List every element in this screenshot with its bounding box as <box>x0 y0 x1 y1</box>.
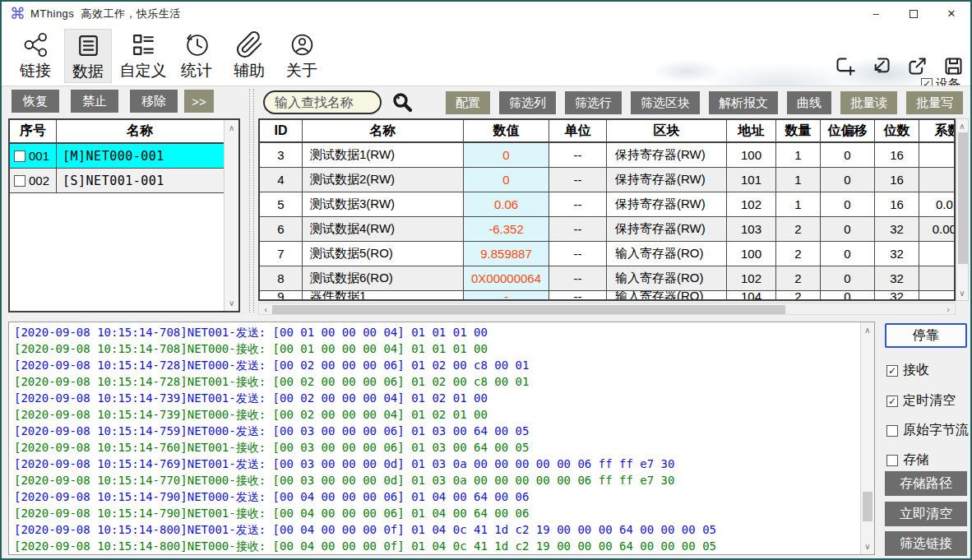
main-toolbar: 链接 数据 自定义 统计 <box>2 25 970 86</box>
scroll-down-icon[interactable]: ∨ <box>956 289 968 298</box>
data-col-header: ID <box>260 120 303 141</box>
batch-read-button[interactable]: 批量读 <box>840 91 897 114</box>
data-cell-coef <box>919 168 956 192</box>
export-button[interactable] <box>906 55 928 77</box>
new-window-icon <box>834 55 856 77</box>
log-line-send: [2020-09-08 10:15:14-790]NET000-发送: [00 … <box>14 488 874 505</box>
search-icon[interactable] <box>391 91 414 114</box>
panel-splitter[interactable] <box>249 89 254 312</box>
data-cell-id: 8 <box>260 266 303 290</box>
side-checkbox[interactable] <box>886 425 898 437</box>
filter-link-button[interactable]: 筛选链接 <box>885 531 967 556</box>
side-checkbox[interactable] <box>886 455 898 466</box>
data-cell-id: 5 <box>260 192 303 216</box>
data-cell-unit: -- <box>549 242 607 266</box>
minimize-button[interactable]: – <box>857 2 895 25</box>
import-button[interactable] <box>870 55 892 77</box>
data-cell-offset: 0 <box>821 192 875 216</box>
device-row-checkbox[interactable] <box>14 175 25 187</box>
filter-column-button[interactable]: 筛选列 <box>499 91 556 114</box>
app-logo-icon: ⌘ <box>10 6 25 21</box>
hscroll-thumb[interactable] <box>272 305 785 314</box>
data-cell-addr: 100 <box>727 143 776 167</box>
device-button-row: 恢复禁止移除>> <box>12 90 214 113</box>
view-toggles: ✓设备✓报文 <box>921 76 960 86</box>
filter-row-button[interactable]: 筛选行 <box>565 91 622 114</box>
batch-write-button[interactable]: 批量写 <box>906 91 963 114</box>
data-cell-qty: 2 <box>776 291 821 301</box>
save-button[interactable] <box>942 55 965 77</box>
data-cell-unit: -- <box>549 168 607 192</box>
curve-button[interactable]: 曲线 <box>787 91 831 114</box>
data-cell-coef: 0.01 <box>919 192 956 216</box>
filter-block-button[interactable]: 筛选区块 <box>631 91 700 114</box>
data-table-vscrollbar[interactable]: ∧ ∨ <box>956 118 969 301</box>
data-table-row[interactable]: 8测试数据6(RO)0X00000064--输入寄存器(RO)1022032 <box>260 266 954 291</box>
device-row[interactable]: 002[S]NET001-001 <box>10 169 224 193</box>
log-scrollbar[interactable]: ∧ ∨ <box>860 322 874 554</box>
data-cell-addr: 102 <box>727 266 776 290</box>
message-log[interactable]: [2020-09-08 10:15:14-708]NET001-发送: [00 … <box>8 322 875 555</box>
dock-button[interactable]: 停靠 <box>885 323 967 348</box>
data-table-row[interactable]: 9器件数据1---输入寄存器(RO)1042032 <box>260 291 954 301</box>
remove-button[interactable]: 移除 <box>130 90 178 113</box>
device-list-scrollbar[interactable]: ∧ ∨ <box>224 120 238 311</box>
data-col-header: 数值 <box>464 120 549 141</box>
log-line-send: [2020-09-08 10:15:14-728]NET000-发送: [00 … <box>14 357 874 373</box>
scroll-right-icon[interactable]: › <box>944 304 952 314</box>
toggle-checkbox[interactable]: ✓ <box>921 78 933 86</box>
toolbar-tab-statistics[interactable]: 统计 <box>173 29 220 83</box>
data-cell-offset: 0 <box>821 143 875 167</box>
maximize-button[interactable] <box>895 2 933 25</box>
data-table-row[interactable]: 6测试数据4(RW)-6.352--保持寄存器(RW)10320320.001 <box>260 217 954 242</box>
close-button[interactable]: ✕ <box>933 2 970 25</box>
data-cell-value: 0.06 <box>464 192 549 216</box>
scroll-up-icon[interactable]: ∧ <box>224 123 238 132</box>
storage-path-button[interactable]: 存储路径 <box>885 471 967 496</box>
toolbar-tab-assist[interactable]: 辅助 <box>225 29 273 83</box>
scroll-up-icon[interactable]: ∧ <box>861 326 874 335</box>
raw-bytestream-checkbox-row[interactable]: 原始字节流 <box>886 422 969 439</box>
toolbar-tab-about[interactable]: 关于 <box>278 29 326 83</box>
config-button[interactable]: 配置 <box>446 91 490 114</box>
new-window-button[interactable] <box>834 55 856 77</box>
data-cell-coef: 0.001 <box>919 217 956 241</box>
data-cell-addr: 100 <box>727 242 776 266</box>
toolbar-tab-custom[interactable]: 自定义 <box>115 29 171 83</box>
side-checkbox[interactable]: ✓ <box>886 396 898 407</box>
scroll-up-icon[interactable]: ∧ <box>956 122 968 131</box>
storage-checkbox-row[interactable]: 存储 <box>886 451 929 469</box>
expand-button[interactable]: >> <box>184 90 214 113</box>
scroll-down-icon[interactable]: ∨ <box>861 542 874 551</box>
data-cell-unit: -- <box>549 217 607 241</box>
timed-clear-checkbox-row[interactable]: ✓定时清空 <box>886 392 956 410</box>
disable-button[interactable]: 禁止 <box>71 90 118 113</box>
device-row-checkbox[interactable] <box>14 150 25 162</box>
data-table-hscrollbar[interactable]: ‹ › <box>258 303 956 315</box>
data-cell-bits: 32 <box>875 217 919 241</box>
data-table-row[interactable]: 7测试数据5(RO)9.859887--输入寄存器(RO)1002032 <box>260 242 954 266</box>
data-table-row[interactable]: 4测试数据2(RW)0--保持寄存器(RW)1011016 <box>260 168 954 192</box>
data-cell-id: 6 <box>260 217 303 241</box>
receive-checkbox-row[interactable]: ✓接收 <box>886 362 929 379</box>
device-row-index: 001 <box>10 144 57 168</box>
data-cell-bits: 32 <box>875 266 919 290</box>
toolbar-tab-link[interactable]: 链接 <box>12 29 59 83</box>
log-scroll-thumb[interactable] <box>863 492 872 521</box>
restore-button[interactable]: 恢复 <box>12 90 59 113</box>
search-input[interactable] <box>263 90 382 114</box>
data-table-row[interactable]: 5测试数据3(RW)0.06--保持寄存器(RW)10210160.01 <box>260 192 954 217</box>
side-checkbox-label: 定时清空 <box>903 392 956 410</box>
side-checkbox[interactable]: ✓ <box>886 365 898 377</box>
log-line-receive: [2020-09-08 10:15:14-739]NET000-接收: [00 … <box>14 406 874 423</box>
parse-message-button[interactable]: 解析报文 <box>709 91 778 114</box>
data-cell-value: -6.352 <box>464 217 549 241</box>
data-cell-name: 测试数据5(RO) <box>303 242 464 266</box>
scroll-down-icon[interactable]: ∨ <box>224 299 238 308</box>
vscroll-thumb[interactable] <box>958 132 968 264</box>
clear-now-button[interactable]: 立即清空 <box>885 502 967 526</box>
toolbar-tab-data[interactable]: 数据 <box>64 29 112 83</box>
device-row[interactable]: 001[M]NET000-001 <box>10 144 224 169</box>
data-table-row[interactable]: 3测试数据1(RW)0--保持寄存器(RW)1001016 <box>260 143 954 168</box>
scroll-left-icon[interactable]: ‹ <box>262 304 270 314</box>
